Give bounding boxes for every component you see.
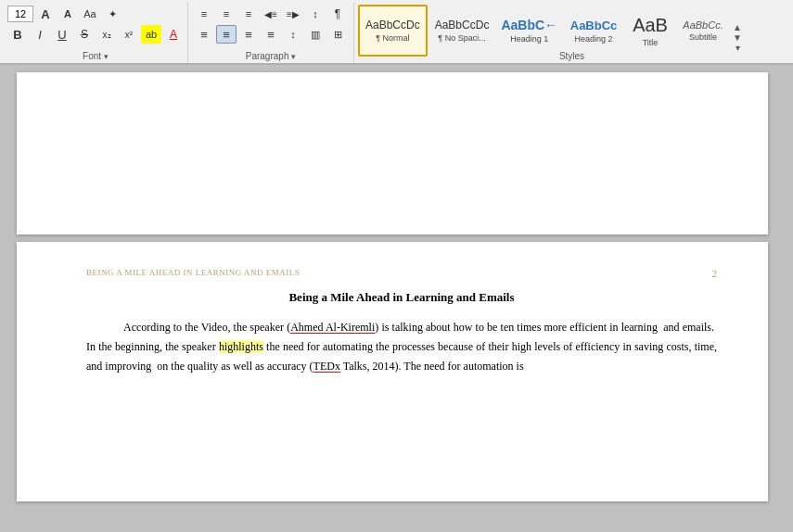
style-no-spacing[interactable]: AaBbCcDc ¶ No Spaci... xyxy=(430,5,494,57)
strikethrough-button[interactable]: S xyxy=(74,25,95,44)
shrink-font-button[interactable]: A xyxy=(58,5,78,23)
style-subtitle-preview: AaBbCc. xyxy=(683,19,723,31)
style-heading2-preview: AaBbCc xyxy=(570,19,618,32)
styles-section: AaBbCcDc ¶ Normal AaBbCcDc ¶ No Spaci...… xyxy=(354,3,789,63)
superscript-button[interactable]: x² xyxy=(119,25,139,44)
style-heading1[interactable]: AaBbC← Heading 1 xyxy=(496,5,562,57)
tedx-ref: TEDx xyxy=(313,360,340,373)
font-size-input[interactable] xyxy=(7,6,33,22)
style-subtitle[interactable]: AaBbCc. Subtitle xyxy=(678,5,728,57)
increase-indent-button[interactable]: ≡▶ xyxy=(283,5,303,23)
multilevel-button[interactable]: ≡ xyxy=(238,5,259,23)
style-normal-label: ¶ Normal xyxy=(376,33,409,43)
style-heading1-preview: AaBbC← xyxy=(501,18,557,32)
more-styles-button[interactable]: ▲ ▼ ▾ xyxy=(733,5,742,57)
numbering-button[interactable]: ≡ xyxy=(216,5,237,23)
highlighted-text: highlights xyxy=(219,340,263,353)
page-number: 2 xyxy=(712,268,718,279)
style-normal-preview: AaBbCcDc xyxy=(365,19,420,32)
decrease-indent-button[interactable]: ◀≡ xyxy=(261,5,281,23)
doc-paragraph[interactable]: According to the Video, the speaker (Ahm… xyxy=(86,318,717,376)
doc-title: Being a Mile Ahead in Learning and Email… xyxy=(86,290,717,305)
highlight-button[interactable]: ab xyxy=(141,25,161,44)
app-window: A A Aa ✦ B I U S x₂ x² ab A Font ▾ xyxy=(0,0,793,523)
align-right-button[interactable]: ≡ xyxy=(238,25,259,44)
align-left-button[interactable]: ≡ xyxy=(194,25,214,44)
style-no-spacing-label: ¶ No Spaci... xyxy=(438,33,485,43)
style-no-spacing-preview: AaBbCcDc xyxy=(435,19,490,32)
underline-button[interactable]: U xyxy=(52,25,72,44)
style-heading2-label: Heading 2 xyxy=(575,34,613,44)
document-area: BEING A MILE AHEAD IN LEARNING AND EMAIL… xyxy=(0,65,793,523)
ribbon-content: A A Aa ✦ B I U S x₂ x² ab A Font ▾ xyxy=(0,0,793,63)
style-title[interactable]: AaB Title xyxy=(625,5,675,57)
borders-button[interactable]: ⊞ xyxy=(327,25,348,44)
style-subtitle-label: Subtitle xyxy=(689,32,717,42)
font-section-label: Font ▾ xyxy=(4,51,187,61)
style-normal[interactable]: AaBbCcDc ¶ Normal xyxy=(358,5,428,57)
page-header: BEING A MILE AHEAD IN LEARNING AND EMAIL… xyxy=(86,268,717,279)
grow-font-button[interactable]: A xyxy=(35,5,56,23)
font-section: A A Aa ✦ B I U S x₂ x² ab A Font ▾ xyxy=(4,3,188,63)
font-color-button[interactable]: A xyxy=(163,25,184,44)
show-hide-button[interactable]: ¶ xyxy=(327,5,348,23)
sort-button[interactable]: ↕ xyxy=(305,5,326,23)
style-heading2[interactable]: AaBbCc Heading 2 xyxy=(565,5,622,57)
italic-button[interactable]: I xyxy=(30,25,50,44)
align-center-button[interactable]: ≡ xyxy=(216,25,237,44)
page-2: BEING A MILE AHEAD IN LEARNING AND EMAIL… xyxy=(17,242,768,501)
justify-button[interactable]: ≡ xyxy=(261,25,281,44)
change-case-button[interactable]: Aa xyxy=(80,5,100,23)
style-title-preview: AaB xyxy=(633,15,668,36)
paragraph-section: ≡ ≡ ≡ ◀≡ ≡▶ ↕ ¶ ≡ ≡ ≡ ≡ ↕ ▥ ⊞ Parag xyxy=(188,3,354,63)
style-title-label: Title xyxy=(643,38,659,47)
subscript-button[interactable]: x₂ xyxy=(96,25,117,44)
paragraph-section-label: Paragraph ▾ xyxy=(188,51,353,61)
styles-section-label: Styles xyxy=(354,51,789,61)
bullets-button[interactable]: ≡ xyxy=(194,5,214,23)
author-name: Ahmed Al-Kiremli xyxy=(290,321,375,334)
page-1 xyxy=(17,72,768,234)
shading-button[interactable]: ▥ xyxy=(305,25,326,44)
clear-format-button[interactable]: ✦ xyxy=(102,5,122,23)
style-heading1-label: Heading 1 xyxy=(510,34,548,44)
ribbon: A A Aa ✦ B I U S x₂ x² ab A Font ▾ xyxy=(0,0,793,65)
line-spacing-button[interactable]: ↕ xyxy=(283,25,303,44)
bold-button[interactable]: B xyxy=(7,25,28,44)
header-text: BEING A MILE AHEAD IN LEARNING AND EMAIL… xyxy=(86,268,300,279)
